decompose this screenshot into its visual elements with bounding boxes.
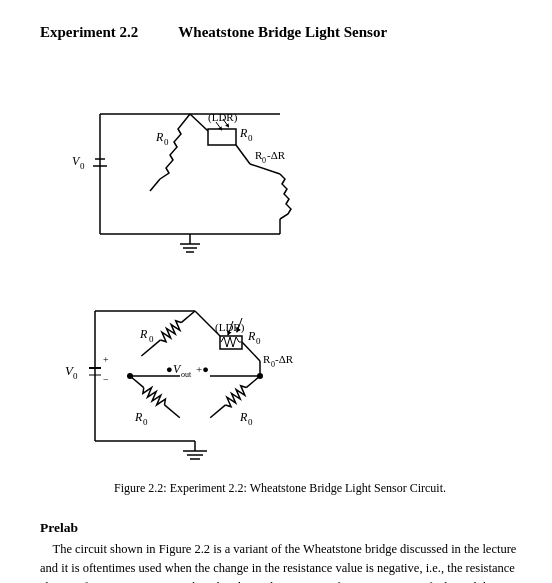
svg-text:(LDR): (LDR)	[208, 111, 238, 124]
svg-text:R: R	[239, 126, 248, 140]
circuit-figure: V 0 R 0	[40, 59, 520, 510]
svg-text:0: 0	[80, 161, 85, 171]
figure-caption: Figure 2.2: Experiment 2.2: Wheatstone B…	[114, 481, 446, 496]
svg-text:R: R	[155, 130, 164, 144]
svg-text:-ΔR: -ΔR	[275, 353, 294, 365]
experiment-title: Wheatstone Bridge Light Sensor	[178, 24, 387, 41]
svg-line-20	[236, 145, 250, 164]
svg-text:0: 0	[248, 417, 253, 427]
svg-text:0: 0	[262, 156, 266, 165]
svg-line-43	[181, 311, 195, 323]
svg-text:0: 0	[73, 371, 78, 381]
svg-line-18	[216, 122, 221, 129]
svg-text:0: 0	[149, 334, 154, 344]
svg-text:0: 0	[164, 137, 169, 147]
svg-line-16	[190, 114, 208, 131]
svg-text:R: R	[134, 410, 143, 424]
svg-text:R: R	[139, 327, 148, 341]
svg-text:+●: +●	[196, 363, 209, 375]
prelab-title: Prelab	[40, 520, 520, 536]
experiment-number: Experiment 2.2	[40, 24, 138, 41]
svg-text:R: R	[239, 410, 248, 424]
prelab-text: The circuit shown in Figure 2.2 is a var…	[40, 540, 520, 583]
page-header: Experiment 2.2 Wheatstone Bridge Light S…	[40, 24, 520, 41]
svg-text:−: −	[103, 374, 109, 385]
svg-text:-ΔR: -ΔR	[267, 149, 286, 161]
svg-text:0: 0	[248, 133, 253, 143]
svg-text:R: R	[263, 353, 271, 365]
svg-rect-17	[208, 129, 236, 145]
svg-text:out: out	[181, 370, 192, 379]
svg-text:+: +	[103, 354, 109, 365]
svg-text:0: 0	[143, 417, 148, 427]
svg-text:R: R	[247, 329, 256, 343]
svg-text:●: ●	[166, 363, 173, 375]
svg-line-13	[150, 179, 160, 191]
svg-line-64	[210, 405, 225, 418]
circuit-diagram: V 0 R 0	[40, 59, 520, 477]
svg-text:0: 0	[256, 336, 261, 346]
svg-line-27	[250, 164, 280, 174]
svg-line-60	[164, 405, 179, 418]
